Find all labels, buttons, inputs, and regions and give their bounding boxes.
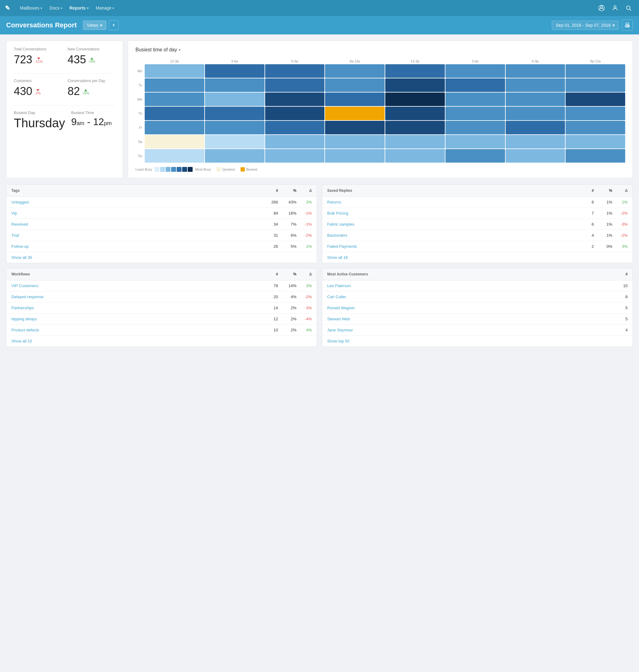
saved-replies-show-all[interactable]: Show all 16 bbox=[322, 252, 633, 263]
table-row-label[interactable]: Fabric samples bbox=[327, 222, 575, 227]
chevron-down-icon: ▾ bbox=[179, 48, 181, 52]
heatmap-cell bbox=[446, 107, 505, 120]
table-row-num: 4 bbox=[575, 233, 594, 238]
heatmap-grid: 12-3a3-6a6-9a9a-12p12-3p3-6p6-9p9p-12aMo… bbox=[136, 58, 625, 163]
table-row: Backorders 4 1% -2% bbox=[322, 230, 633, 241]
heatmap-cell bbox=[506, 64, 565, 78]
table-row-label[interactable]: Failed Payments bbox=[327, 244, 575, 249]
table-row-delta: 1% bbox=[296, 244, 312, 249]
table-row-pct: 6% bbox=[278, 233, 296, 238]
legend-color-4 bbox=[177, 167, 182, 172]
table-row-num: 78 bbox=[260, 284, 278, 288]
heatmap-cell bbox=[385, 107, 445, 120]
table-row: Returns 8 1% 1% bbox=[322, 197, 633, 208]
legend-quietest bbox=[217, 167, 221, 171]
table-row-delta: -3% bbox=[612, 222, 628, 227]
table-row-delta: -3% bbox=[296, 306, 312, 310]
tags-show-all[interactable]: Show all 36 bbox=[6, 252, 317, 263]
table-row-label[interactable]: VIP Customers bbox=[11, 284, 260, 288]
table-row-label[interactable]: Product defects bbox=[11, 328, 260, 332]
table-row-label[interactable]: Carl Coller bbox=[327, 294, 609, 299]
saved-replies-rows: Returns 8 1% 1% Bulk Pricing 7 1% -2% Fa… bbox=[322, 197, 633, 252]
search-icon[interactable] bbox=[623, 2, 634, 14]
heatmap-cell bbox=[385, 149, 445, 163]
table-row-label[interactable]: Stewart Web bbox=[327, 317, 609, 321]
table-row-label[interactable]: Resolved bbox=[11, 222, 260, 227]
svg-point-2 bbox=[614, 6, 616, 8]
legend-busiest bbox=[240, 167, 245, 171]
heatmap-cell bbox=[506, 135, 565, 149]
busiest-time-stat: Busiest Time 9am - 12pm bbox=[71, 110, 115, 130]
svg-line-4 bbox=[630, 9, 631, 11]
conversations-per-day-stat: Conversations per Day 82 +5% bbox=[67, 79, 115, 98]
heatmap-cell bbox=[205, 64, 265, 78]
nav-mailboxes[interactable]: Mailboxes ▾ bbox=[16, 0, 46, 16]
heatmap-cell bbox=[506, 149, 565, 163]
svg-point-7 bbox=[628, 26, 629, 27]
table-row-pct: 1% bbox=[594, 222, 612, 227]
chevron-down-icon: ▾ bbox=[100, 23, 102, 28]
table-row-label[interactable]: Delayed response bbox=[11, 294, 260, 299]
tags-rows: Untagged 266 43% 2% Vip 84 16% -1% Resol… bbox=[6, 197, 317, 252]
table-row-label[interactable]: Lee Paterson bbox=[327, 284, 609, 288]
saved-replies-table: Saved Replies # % Δ Returns 8 1% 1% Bulk… bbox=[322, 184, 633, 263]
table-row-label[interactable]: Trial bbox=[11, 233, 260, 238]
table-row-label[interactable]: Returns bbox=[327, 200, 575, 204]
heatmap-cell bbox=[446, 135, 505, 149]
table-row-label[interactable]: Vip bbox=[11, 211, 260, 215]
heatmap-row-label: Fr bbox=[136, 121, 144, 134]
heatmap-cell bbox=[265, 121, 325, 134]
heatmap-cell bbox=[446, 93, 505, 106]
person-circle-icon[interactable] bbox=[596, 2, 607, 14]
table-row-num: 84 bbox=[260, 211, 278, 215]
workflows-show-all[interactable]: Show all 10 bbox=[6, 335, 317, 347]
nav-docs[interactable]: Docs ▾ bbox=[46, 0, 66, 16]
person-badge-icon[interactable] bbox=[609, 2, 621, 14]
heatmap-cell bbox=[565, 78, 625, 92]
table-row-label[interactable]: Untagged bbox=[11, 200, 260, 204]
table-row-num: 12 bbox=[260, 317, 278, 321]
stats-panel: Total Conversations 723 -11% New Convers… bbox=[6, 41, 123, 178]
nav-manage[interactable]: Manage ▾ bbox=[92, 0, 118, 16]
table-row-pct: 1% bbox=[594, 233, 612, 238]
chevron-down-icon: ▾ bbox=[612, 23, 615, 28]
heatmap-cell bbox=[506, 121, 565, 134]
heatmap-cell bbox=[325, 64, 385, 78]
table-row: Untagged 266 43% 2% bbox=[6, 197, 317, 208]
nav-reports[interactable]: Reports ▾ bbox=[66, 0, 92, 16]
table-row-num: 8 bbox=[575, 200, 594, 204]
table-row: Lee Paterson 10 bbox=[322, 280, 633, 291]
heatmap-title[interactable]: Busiest time of day ▾ bbox=[136, 47, 625, 52]
table-row-label[interactable]: Bulk Pricing bbox=[327, 211, 575, 215]
views-button[interactable]: Views ▾ bbox=[83, 20, 106, 30]
table-row-pct: 14% bbox=[278, 284, 296, 288]
heatmap-cell bbox=[325, 107, 385, 120]
heatmap-cell bbox=[325, 121, 385, 134]
active-customers-header: Most Active Customers # bbox=[322, 269, 633, 280]
table-row-num: 2 bbox=[575, 244, 594, 249]
table-row-label[interactable]: Partnerships bbox=[11, 306, 260, 310]
active-customers-show-all[interactable]: Show top 50 bbox=[322, 335, 633, 347]
active-customers-rows: Lee Paterson 10 Carl Coller 8 Ronald Wag… bbox=[322, 280, 633, 335]
table-row-label[interactable]: Jane Seymour bbox=[327, 328, 609, 332]
table-row: Resolved 34 7% -1% bbox=[6, 219, 317, 230]
active-customers-table: Most Active Customers # Lee Paterson 10 … bbox=[322, 268, 633, 347]
add-view-button[interactable]: + bbox=[109, 20, 119, 30]
heatmap-cell bbox=[205, 149, 265, 163]
table-row: Jane Seymour 4 bbox=[322, 325, 633, 335]
heatmap-cell bbox=[145, 107, 204, 120]
table-row-label[interactable]: Follow-up bbox=[11, 244, 260, 249]
table-row-num: 31 bbox=[260, 233, 278, 238]
print-button[interactable] bbox=[622, 20, 633, 31]
date-range-picker[interactable]: Sep 01, 2016 - Sep 07, 2016 ▾ bbox=[552, 20, 619, 30]
heatmap-cell bbox=[205, 135, 265, 149]
table-row-delta: -2% bbox=[612, 233, 628, 238]
table-row-label[interactable]: Backorders bbox=[327, 233, 575, 238]
table-row-label[interactable]: hipping delays bbox=[11, 317, 260, 321]
table-row: Failed Payments 2 0% 3% bbox=[322, 241, 633, 252]
tags-table-header: Tags # % Δ bbox=[6, 185, 317, 197]
table-row-label[interactable]: Ronald Wagner bbox=[327, 306, 609, 310]
heatmap-cell bbox=[385, 93, 445, 106]
chevron-down-icon: ▾ bbox=[87, 6, 89, 10]
new-conversations-stat: New Conversations 435 +9% bbox=[67, 47, 115, 66]
